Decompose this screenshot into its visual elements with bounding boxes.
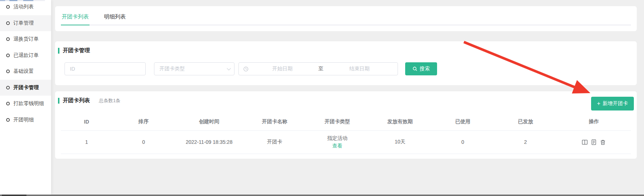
filter-section-title: 开团卡管理 [58,47,90,54]
card-type-placeholder: 开团卡类型 [159,66,185,72]
date-range-picker[interactable]: 开始日期 至 结束日期 [238,62,398,75]
circle-icon [6,118,10,122]
table-header-row: ID 排序 创建时间 开团卡名称 开团卡类型 发放有效期 已使用 已发放 操作 [61,113,631,130]
bottom-window-edge [0,195,644,196]
id-input-wrapper [65,62,146,75]
table-row: 1 0 2022-11-09 18:35:28 开团卡 指定活动 查看 10天 … [61,130,631,154]
filter-title: 开团卡管理 [63,47,90,54]
sidebar-item-label: 订单管理 [13,20,34,26]
add-button-label: 新增开团卡 [603,100,628,107]
accent-bar [58,98,59,104]
clock-icon [243,66,249,72]
cell-actions [557,130,631,154]
view-link[interactable]: 查看 [332,143,342,149]
sidebar-item-basic-settings[interactable]: 基础设置 [0,63,51,80]
search-button[interactable]: 搜索 [405,62,437,75]
cell-used: 0 [431,130,494,154]
tab-group-card-list[interactable]: 开团卡列表 [61,10,90,25]
col-header-id: ID [61,113,112,130]
sidebar-item-refunded-orders[interactable]: 已退款订单 [0,47,51,64]
card-type-value: 指定活动 [306,135,369,142]
col-header-created: 创建时间 [175,113,244,130]
accent-bar [58,48,59,54]
cell-name: 开团卡 [243,130,306,154]
circle-icon [6,37,10,41]
sidebar: 活动列表 订单管理 退换货订单 已退款订单 基础设置 开团卡管理 打款零钱明细 … [0,0,51,195]
circle-icon [6,54,10,57]
document-icon[interactable] [591,139,597,145]
plus-icon: + [597,101,600,107]
end-date-placeholder: 结束日期 [326,66,394,72]
sidebar-item-label: 打款零钱明细 [13,100,44,107]
cell-sort: 0 [112,130,175,154]
start-date-placeholder: 开始日期 [249,66,316,72]
cell-validity: 10天 [369,130,431,154]
card-type-select[interactable]: 开团卡类型 [154,62,234,75]
tabs-card: 开团卡列表 明细列表 [55,6,637,31]
col-header-name: 开团卡名称 [243,113,306,130]
circle-icon [6,70,10,73]
sidebar-item-label: 开团卡管理 [13,84,39,91]
date-separator: 至 [316,66,326,72]
sidebar-item-order-management[interactable]: 订单管理 [0,15,51,32]
add-group-card-button[interactable]: + 新增开团卡 [591,97,634,110]
sidebar-item-payment-detail[interactable]: 打款零钱明细 [0,96,51,112]
circle-icon [6,21,10,25]
sidebar-item-label: 退换货订单 [13,36,39,42]
col-header-sort: 排序 [112,113,175,130]
filter-card: 开团卡管理 开团卡类型 开始日期 至 结束日期 搜索 [55,41,637,85]
sidebar-item-activity-list[interactable]: 活动列表 [0,0,51,15]
tab-detail-list[interactable]: 明细列表 [103,10,126,25]
sidebar-item-label: 开团明细 [13,117,34,123]
col-header-used: 已使用 [431,113,494,130]
col-header-validity: 发放有效期 [369,113,431,130]
sidebar-item-label: 基础设置 [13,68,34,75]
col-header-type: 开团卡类型 [306,113,369,130]
list-card: 开团卡列表 总条数1条 + 新增开团卡 ID 排序 创建时间 开团卡名称 开团卡… [55,91,637,159]
sidebar-item-group-card-management[interactable]: 开团卡管理 [0,80,51,96]
col-header-issued: 已发放 [494,113,557,130]
trash-icon[interactable] [600,139,606,145]
circle-icon [6,5,10,9]
col-header-actions: 操作 [557,113,631,130]
group-card-table: ID 排序 创建时间 开团卡名称 开团卡类型 发放有效期 已使用 已发放 操作 … [61,113,631,154]
sidebar-item-label: 已退款订单 [13,52,39,59]
cropped-text-fragment [2,195,26,196]
cell-created: 2022-11-09 18:35:28 [175,130,244,154]
card-icon[interactable] [582,139,588,145]
sidebar-item-return-orders[interactable]: 退换货订单 [0,31,51,47]
circle-icon [6,102,10,105]
circle-icon [6,86,10,89]
sidebar-item-label: 活动列表 [13,4,34,10]
cell-type: 指定活动 查看 [306,130,369,154]
list-title: 开团卡列表 [63,97,90,104]
cropped-content-strip [0,0,45,1]
search-icon [412,66,417,71]
id-input[interactable] [65,63,145,75]
cell-id: 1 [61,130,112,154]
total-count-text: 总条数1条 [99,97,120,104]
cell-issued: 2 [494,130,557,154]
tab-bar: 开团卡列表 明细列表 [61,10,631,25]
chevron-down-icon [227,66,231,70]
sidebar-item-group-detail[interactable]: 开团明细 [0,112,51,128]
search-button-label: 搜索 [420,66,430,72]
list-section-title: 开团卡列表 总条数1条 [58,97,120,104]
